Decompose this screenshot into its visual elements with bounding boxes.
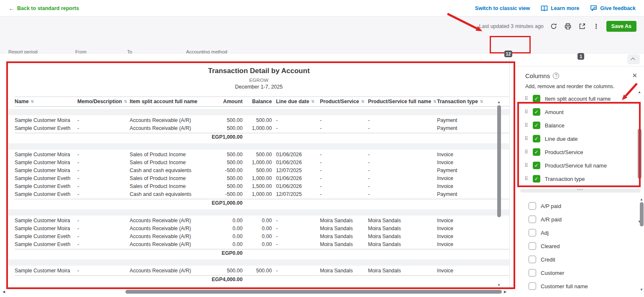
column-toggle-customer-full-name[interactable]: Customer full name [517, 279, 644, 293]
table-cell: - [368, 160, 437, 165]
column-toggle-customer[interactable]: Customer [517, 266, 644, 279]
give-feedback-link[interactable]: Give feedback [590, 5, 636, 11]
scroll-up-arrow[interactable]: ▲ [497, 100, 501, 104]
sort-icon[interactable]: ⇅ [480, 99, 483, 104]
scroll-right-arrow[interactable]: ▶ [504, 290, 506, 294]
table-row[interactable]: Sample Customer Moira-Cash and cash equi… [15, 166, 509, 174]
drag-handle-icon[interactable]: ⠿ [524, 162, 528, 168]
sort-icon[interactable]: ⇅ [311, 99, 314, 104]
sort-icon[interactable]: ⇅ [31, 99, 34, 104]
table-cell: Accounts Receivable (A/R) [130, 125, 207, 131]
table-row[interactable]: Sample Customer Moira-Sales of Product I… [15, 158, 509, 166]
back-to-standard-reports-link[interactable]: ← Back to standard reports [8, 5, 79, 12]
table-body: Sample Customer Moira-Accounts Receivabl… [15, 109, 509, 283]
checkbox-unchecked[interactable] [529, 202, 536, 210]
column-toggle-line-due-date[interactable]: ⠿✓Line due date [517, 132, 644, 145]
checkbox-checked[interactable]: ✓ [533, 175, 540, 183]
table-horizontal-scrollbar[interactable]: ◀ ▶ [0, 289, 510, 294]
checkbox-unchecked[interactable] [529, 282, 536, 290]
column-header-product-service-full-name[interactable]: Product/Service full name⇅ [368, 99, 437, 104]
column-header-memo-description[interactable]: Memo/Description⇅ [77, 99, 130, 104]
table-row[interactable]: Sample Customer Moira-Accounts Receivabl… [15, 267, 509, 274]
table-vertical-scrollbar[interactable]: ▲ ▼ [497, 100, 502, 288]
checkbox-checked[interactable]: ✓ [533, 108, 540, 116]
collapse-panel-button[interactable] [627, 54, 640, 64]
sort-icon[interactable]: ⇅ [433, 99, 437, 104]
column-header-line-due-date[interactable]: Line due date⇅ [276, 99, 320, 104]
sort-icon[interactable]: ⇅ [361, 99, 365, 104]
column-toggle-product-service-full-name[interactable]: ⠿✓Product/Service full name [517, 159, 644, 172]
table-row[interactable]: Sample Customer Eveth-Accounts Receivabl… [15, 240, 509, 248]
column-toggle-a-p-paid[interactable]: A/P paid [517, 199, 644, 213]
column-toggle-amount[interactable]: ⠿✓Amount [517, 105, 644, 119]
sort-icon[interactable]: ⇅ [124, 99, 128, 104]
scroll-thumb[interactable] [638, 129, 641, 179]
scroll-left-arrow[interactable]: ◀ [3, 290, 5, 294]
table-cell: 1,000.00 [247, 191, 276, 197]
table-row[interactable]: Sample Customer Moira-Accounts Receivabl… [15, 216, 509, 224]
checkbox-unchecked[interactable] [529, 256, 536, 263]
table-row[interactable]: Sample Customer Moira-Accounts Receivabl… [15, 224, 509, 232]
print-button[interactable] [564, 23, 572, 30]
refresh-button[interactable] [549, 23, 558, 30]
checkbox-unchecked[interactable] [529, 269, 536, 277]
more-actions-button[interactable]: ⋮ [592, 23, 601, 30]
top-bar: ← Back to standard reports Switch to cla… [0, 0, 644, 17]
panel-resize-handle[interactable]: ••• [520, 189, 641, 193]
save-as-button[interactable]: Save As [606, 21, 636, 32]
column-header-transaction-type[interactable]: Transaction type⇅ [437, 99, 491, 104]
drag-handle-icon[interactable]: ⠿ [524, 149, 528, 155]
scroll-down-arrow[interactable]: ▼ [640, 288, 643, 292]
close-icon[interactable]: ✕ [632, 72, 637, 79]
drag-handle-icon[interactable]: ⠿ [524, 176, 528, 182]
unchecked-list-scrollbar[interactable]: ▲ ▼ [639, 198, 644, 292]
table-cell: - [276, 241, 320, 247]
column-toggle-adj[interactable]: Adj [517, 226, 644, 239]
table-row[interactable]: Sample Customer Eveth-Sales of Product I… [15, 182, 509, 190]
checkbox-checked[interactable]: ✓ [533, 122, 540, 129]
scroll-up-arrow[interactable]: ▲ [640, 198, 643, 201]
checkbox-unchecked[interactable] [529, 242, 536, 250]
table-cell: - [77, 152, 130, 157]
panel-subtitle: Add, remove and reorder the columns. [525, 84, 636, 89]
table-row[interactable]: Sample Customer Moira-Sales of Product I… [15, 150, 509, 158]
table-row[interactable]: Sample Customer Eveth-Accounts Receivabl… [15, 232, 509, 240]
drag-handle-icon[interactable]: ⠿ [524, 109, 528, 115]
column-header-label: Line due date [276, 99, 309, 104]
columns-count-badge: 12 [504, 51, 513, 57]
checkbox-checked[interactable]: ✓ [533, 148, 540, 156]
learn-more-link[interactable]: Learn more [541, 5, 579, 11]
column-toggle-transaction-type[interactable]: ⠿✓Transaction type [517, 172, 644, 185]
column-toggle-a-r-paid[interactable]: A/R paid [517, 213, 644, 226]
table-row[interactable]: Sample Customer Eveth-Sales of Product I… [15, 174, 509, 182]
vertical-scroll-thumb[interactable] [497, 105, 501, 217]
checkbox-checked[interactable]: ✓ [533, 135, 540, 142]
scroll-down-arrow[interactable]: ▼ [497, 283, 501, 287]
column-toggle-product-service[interactable]: ⠿✓Product/Service [517, 145, 644, 159]
checkbox-unchecked[interactable] [529, 216, 536, 223]
scroll-up-arrow[interactable]: ▲ [638, 90, 641, 94]
horizontal-scroll-thumb[interactable] [125, 290, 502, 294]
column-header-product-service[interactable]: Product/Service⇅ [320, 99, 368, 104]
table-row[interactable]: Sample Customer Moira-Accounts Receivabl… [15, 116, 509, 124]
export-button[interactable] [578, 23, 586, 30]
drag-handle-icon[interactable]: ⠿ [524, 96, 528, 102]
column-toggle-label: A/P paid [541, 203, 561, 209]
column-toggle-cleared[interactable]: Cleared [517, 239, 644, 253]
table-cell: Invoice [437, 241, 491, 247]
drag-handle-icon[interactable]: ⠿ [524, 122, 528, 128]
table-row[interactable]: Sample Customer Eveth-Cash and cash equi… [15, 190, 509, 198]
column-toggle-item-split-account-full-name[interactable]: ⠿✓Item split account full name [517, 92, 644, 105]
column-toggle-balance[interactable]: ⠿✓Balance [517, 119, 644, 132]
switch-to-classic-view-link[interactable]: Switch to classic view [475, 5, 530, 11]
help-icon[interactable]: ? [553, 73, 559, 79]
checkbox-checked[interactable]: ✓ [533, 162, 540, 169]
column-toggle-credit[interactable]: Credit [517, 253, 644, 266]
checkbox-checked[interactable]: ✓ [533, 95, 540, 102]
checkbox-unchecked[interactable] [529, 229, 536, 236]
drag-handle-icon[interactable]: ⠿ [524, 136, 528, 142]
scroll-thumb[interactable] [640, 202, 644, 226]
table-cell: Cash and cash equivalents [130, 191, 207, 197]
column-header-name[interactable]: Name⇅ [15, 99, 77, 104]
table-row[interactable]: Sample Customer Eveth-Accounts Receivabl… [15, 124, 509, 132]
